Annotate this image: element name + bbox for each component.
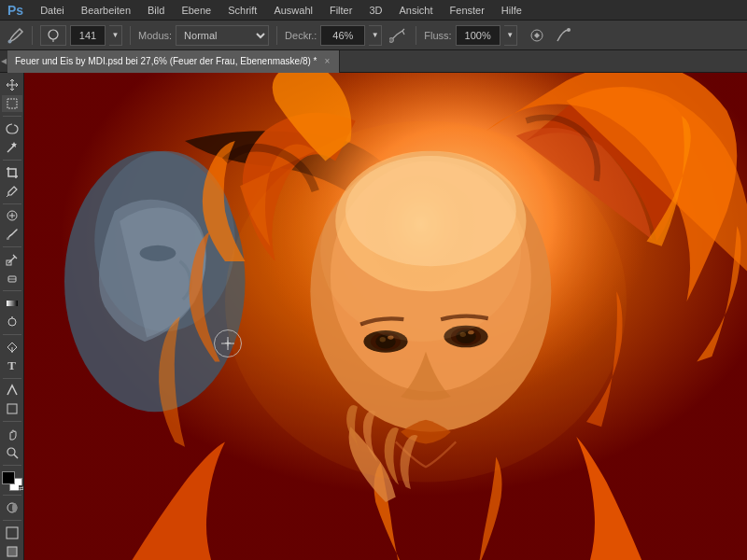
foreground-color-swatch[interactable] [2, 471, 15, 484]
svg-point-5 [567, 28, 571, 32]
ps-logo: Ps [4, 3, 27, 18]
menu-3d[interactable]: 3D [361, 3, 389, 18]
toolbar-sep-5 [3, 290, 21, 291]
healing-brush-btn[interactable] [2, 207, 22, 224]
color-swatches[interactable]: ⇄ [2, 471, 22, 491]
pen-btn[interactable] [2, 339, 22, 356]
eyedropper-btn[interactable] [2, 183, 22, 200]
menu-filter[interactable]: Filter [322, 3, 359, 18]
toolbar-sep-9 [3, 465, 21, 466]
svg-point-0 [8, 39, 12, 43]
svg-rect-25 [7, 527, 18, 539]
main-area: T ⇄ [0, 73, 747, 560]
eraser-btn[interactable] [2, 270, 22, 287]
magic-wand-btn[interactable] [2, 139, 22, 156]
toolbar-sep-3 [3, 203, 21, 204]
svg-point-3 [389, 37, 394, 42]
zoom-btn[interactable] [2, 444, 22, 461]
svg-point-50 [320, 161, 521, 342]
document-canvas[interactable] [24, 73, 747, 560]
brush-preset-picker[interactable] [40, 25, 66, 46]
fullscreen-btn[interactable] [2, 543, 22, 560]
flow-input[interactable] [456, 25, 500, 46]
svg-rect-20 [7, 404, 17, 413]
dodge-btn[interactable] [2, 314, 22, 330]
tablet-pressure-icon[interactable] [527, 25, 547, 46]
brush-btn[interactable] [2, 226, 22, 243]
path-select-btn[interactable] [2, 382, 22, 399]
toolbar-sep-10 [3, 495, 21, 496]
opacity-input[interactable] [320, 25, 365, 46]
canvas-viewport[interactable] [24, 73, 747, 560]
toolbar-sep-4 [3, 246, 21, 247]
svg-line-22 [14, 455, 18, 458]
menu-bild[interactable]: Bild [140, 3, 172, 18]
menu-bearbeiten[interactable]: Bearbeiten [74, 3, 138, 18]
toolbar-sep-2 [3, 160, 21, 161]
svg-rect-26 [7, 547, 17, 556]
menu-bar: Ps Datei Bearbeiten Bild Ebene Schrift A… [0, 0, 747, 21]
menu-ansicht[interactable]: Ansicht [391, 3, 440, 18]
document-tab-title: Feuer und Eis by MDI.psd bei 27,6% (Feue… [15, 56, 317, 66]
opacity-label: Deckr.: [285, 30, 317, 41]
crop-btn[interactable] [2, 164, 22, 181]
svg-rect-6 [7, 99, 17, 108]
separator-1 [32, 26, 33, 45]
flow-arrow[interactable]: ▼ [504, 25, 517, 46]
menu-hilfe[interactable]: Hilfe [494, 3, 529, 18]
canvas-area [24, 73, 747, 560]
brush-size-group: ▼ [40, 25, 122, 46]
shape-btn[interactable] [2, 400, 22, 417]
toolbar-sep-8 [3, 421, 21, 422]
toolbar-sep-1 [3, 116, 21, 117]
text-btn[interactable]: T [2, 357, 22, 374]
hand-btn[interactable] [2, 426, 22, 442]
menu-schrift[interactable]: Schrift [220, 3, 264, 18]
svg-point-17 [8, 318, 16, 326]
document-tab-close[interactable]: × [323, 56, 332, 66]
panel-collapse-arrow[interactable]: ◀ [0, 50, 7, 72]
flow-jitter-icon[interactable] [553, 25, 573, 46]
rect-select-btn[interactable] [2, 95, 22, 112]
toolbar-sep-6 [3, 334, 21, 335]
separator-2 [130, 26, 131, 45]
opacity-arrow[interactable]: ▼ [369, 25, 382, 46]
move-tool-btn[interactable] [2, 77, 22, 93]
document-tabs: ◀ Feuer und Eis by MDI.psd bei 27,6% (Fe… [0, 50, 747, 73]
document-tab-active[interactable]: Feuer und Eis by MDI.psd bei 27,6% (Feue… [7, 50, 340, 73]
brush-size-arrow[interactable]: ▼ [109, 25, 122, 46]
toolbar-sep-7 [3, 378, 21, 379]
lasso-btn[interactable] [2, 120, 22, 137]
menu-auswahl[interactable]: Auswahl [266, 3, 320, 18]
mode-group: Modus: Normal [138, 25, 269, 46]
svg-line-8 [7, 195, 8, 197]
screen-mode-btn[interactable] [2, 525, 22, 541]
mode-label: Modus: [138, 30, 172, 41]
mode-select[interactable]: Normal [176, 25, 269, 46]
separator-3 [276, 26, 277, 45]
opacity-group: Deckr.: ▼ [285, 25, 382, 46]
toolbar-sep-11 [3, 520, 21, 521]
brush-tool-icon-group [6, 25, 35, 46]
svg-point-1 [49, 30, 58, 39]
clone-stamp-btn[interactable] [2, 251, 22, 268]
svg-point-21 [7, 448, 15, 455]
flow-label: Fluss: [424, 30, 451, 41]
quick-mask-btn[interactable] [2, 499, 22, 516]
menu-ebene[interactable]: Ebene [174, 3, 218, 18]
svg-rect-16 [7, 301, 18, 306]
separator-4 [416, 26, 416, 45]
svg-rect-24 [12, 503, 17, 512]
menu-fenster[interactable]: Fenster [443, 3, 492, 18]
swap-colors-icon[interactable]: ⇄ [19, 485, 24, 492]
gradient-btn[interactable] [2, 295, 22, 312]
options-toolbar: ▼ Modus: Normal Deckr.: ▼ Fluss: ▼ [0, 21, 747, 50]
flow-group: Fluss: ▼ [424, 25, 516, 46]
airbrush-icon[interactable] [388, 25, 408, 46]
left-toolbar: T ⇄ [0, 73, 24, 560]
brush-size-input[interactable] [70, 25, 106, 46]
menu-datei[interactable]: Datei [33, 3, 72, 18]
svg-point-12 [7, 237, 9, 240]
brush-icon [6, 25, 26, 46]
